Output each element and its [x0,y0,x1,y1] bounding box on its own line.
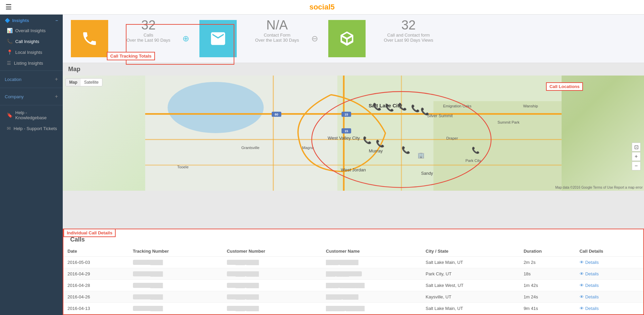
details-link[interactable]: 👁 Details [580,294,639,299]
listing-insights-icon: ☰ [7,60,11,66]
cell-customer-name: ████ ████████ [322,280,422,291]
cell-call-details[interactable]: 👁 Details [575,291,643,303]
cell-date: 2016-05-03 [63,257,129,268]
individual-call-details-annotation: Individual Call Details [63,229,116,237]
calls-label: Calls Over the Last 90 Days [126,33,170,43]
cell-call-details[interactable]: 👁 Details [575,303,643,314]
details-link[interactable]: 👁 Details [580,271,639,276]
stat-card-contact-icon [191,15,245,63]
map-toggle-map[interactable]: Map [66,79,81,86]
sidebar-location-header[interactable]: Location + [0,73,63,86]
stat-card-contact-data: N/A Contact Form Over the Last 30 Days [245,15,309,63]
svg-text:Draper: Draper [446,136,458,140]
map-toggle-satellite[interactable]: Satellite [81,79,102,86]
eye-icon: 👁 [580,260,584,265]
cell-duration: 18s [520,268,575,280]
table-row: 2016-04-28 801-405-████ 801-███-████ ███… [63,280,643,291]
sidebar-item-overall-insights[interactable]: 📊 Overall Insights [0,25,63,36]
svg-point-1 [168,82,264,133]
svg-text:📞: 📞 [421,107,429,116]
eye-icon: 👁 [580,271,584,276]
zoom-out-button[interactable]: − [632,162,641,170]
table-title: Calls [63,229,643,246]
contact-label-line1: Contact Form [255,33,299,38]
main-content: Call Tracking Totals 32 Calls Over the L… [63,15,644,315]
sidebar-insights-header: 🔷 Insights − [0,15,63,25]
mail-icon-card [199,20,237,57]
cell-tracking: 801-405-████ [129,280,223,291]
sidebar-item-listing-insights[interactable]: ☰ Listing Insights [0,58,63,68]
eye-icon: 👁 [580,283,584,288]
phone-icon-card [71,20,108,57]
table-row: 2016-04-29 801-405-████ 435-███-████ ███… [63,268,643,280]
cell-date: 2016-04-13 [63,303,129,314]
cell-city-state: Park City, UT [422,268,520,280]
calls-table: Date Tracking Number Customer Number Cus… [63,246,643,314]
sidebar-item-label: Help - Support Tickets [14,126,57,131]
svg-text:Silver Summit: Silver Summit [427,113,453,118]
sidebar-item-call-insights[interactable]: 📞 Call Insights [0,36,63,47]
minus-connector: ⊖ [309,15,320,63]
details-link[interactable]: 👁 Details [580,283,639,288]
sidebar-item-label: Call Insights [15,39,39,44]
help-kb-icon: 🔖 [7,112,13,118]
svg-text:West Jordan: West Jordan [341,167,366,172]
sidebar-collapse-icon[interactable]: − [55,18,58,23]
sidebar-insights-label: Insights [12,18,29,23]
menu-icon[interactable]: ☰ [5,3,12,11]
brand-name-part2: 5 [331,3,335,11]
contact-number: N/A [255,18,299,33]
svg-text:🏢: 🏢 [417,152,425,159]
cell-city-state: Salt Lake Main, UT [422,257,520,268]
cell-customer-number: 801-███-████ [223,291,322,303]
cell-duration: 1m 24s [520,291,575,303]
sidebar-item-local-insights[interactable]: 📍 Local Insights [0,47,63,58]
cell-call-details[interactable]: 👁 Details [575,268,643,280]
cell-city-state: Salt Lake Main, UT [422,303,520,314]
cell-duration: 2m 2s [520,257,575,268]
cell-customer-name: ██████ ██████ [322,303,422,314]
map-title: Map [63,63,644,76]
table-section: Individual Call Details Calls Date Track… [63,229,644,315]
zoom-controls[interactable]: ⊡ + − [632,143,641,170]
cell-customer-name: █████ █████ [322,291,422,303]
sidebar-item-label: Overall Insights [15,28,46,33]
views-label-line1: Call and Contact form [384,33,433,38]
zoom-in-button[interactable]: + [632,152,641,161]
table-header-row: Date Tracking Number Customer Number Cus… [63,246,643,257]
svg-text:📞: 📞 [402,146,410,154]
map-attribution: Map data ©2016 Google Terms of Use Repor… [555,186,643,189]
cell-duration: 9m 41s [520,303,575,314]
cell-call-details[interactable]: 👁 Details [575,280,643,291]
map-toggle[interactable]: Map Satellite [65,78,102,86]
details-link[interactable]: 👁 Details [580,306,639,311]
sidebar-company-plus[interactable]: + [55,93,58,100]
zoom-icon: ⊡ [632,143,641,151]
sidebar-item-help-kb[interactable]: 🔖 Help - Knowledgebase [0,107,63,123]
cell-call-details[interactable]: 👁 Details [575,257,643,268]
sidebar-item-help-tickets[interactable]: ✉ Help - Support Tickets [0,123,63,134]
top-bar: ☰ social5 [0,0,644,15]
svg-text:📞: 📞 [472,146,480,154]
svg-text:Wanship: Wanship [523,104,538,108]
svg-text:Park City: Park City [466,159,481,163]
cell-tracking: 801-405-████ [129,291,223,303]
stat-card-views-data: 32 Call and Contact form Over Last 90 Da… [374,15,444,63]
cell-tracking: 801-405-████ [129,268,223,280]
table-row: 2016-04-13 801-405-████ 801-███-████ ███… [63,303,643,314]
details-link[interactable]: 👁 Details [580,260,639,265]
calls-label-line1: Calls [126,33,170,38]
map-container[interactable]: Map Satellite [63,76,644,191]
svg-text:West Valley City: West Valley City [328,135,360,141]
sidebar: 🔷 Insights − 📊 Overall Insights 📞 Call I… [0,15,63,315]
svg-text:Summit Park: Summit Park [497,120,520,124]
table-row: 2016-05-03 801-405-████ 801-███-████ ███… [63,257,643,268]
cell-customer-number: 435-███-████ [223,268,322,280]
svg-text:📞: 📞 [363,136,372,145]
sidebar-company-header[interactable]: Company + [0,90,63,103]
sidebar-location-plus[interactable]: + [55,76,58,82]
cell-duration: 1m 42s [520,280,575,291]
cell-date: 2016-04-26 [63,291,129,303]
col-tracking: Tracking Number [129,246,223,257]
svg-text:Sandy: Sandy [421,171,433,176]
